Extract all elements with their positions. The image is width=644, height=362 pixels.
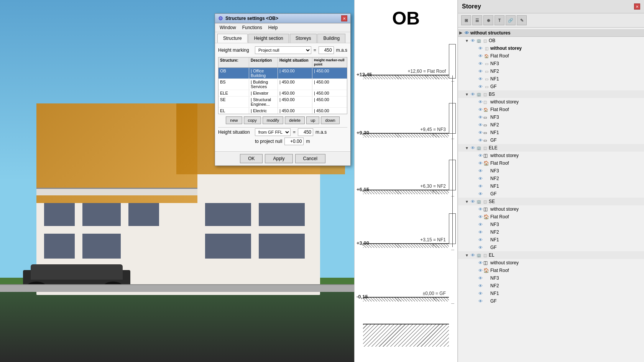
bs-ws-eye[interactable]: 👁	[477, 99, 483, 105]
ob-gf-label[interactable]: GF	[490, 84, 497, 89]
ob-collapse[interactable]: ▼	[464, 38, 470, 43]
ele-nf3-eye[interactable]: 👁	[477, 168, 483, 174]
se-ws-label[interactable]: without storey	[490, 206, 519, 212]
se-gf-label[interactable]: GF	[490, 245, 497, 250]
without-structures-eye[interactable]: 👁	[463, 30, 470, 36]
height-marking-value-input[interactable]	[319, 46, 334, 54]
dialog-menu-help[interactable]: Help	[265, 24, 281, 31]
ele-gf-eye[interactable]: 👁	[477, 191, 483, 197]
el-label[interactable]: EL	[489, 252, 495, 258]
ele-fr-eye[interactable]: 👁	[477, 161, 483, 166]
ele-fr-label[interactable]: Flat Roof	[490, 161, 509, 166]
se-nf1-eye[interactable]: 👁	[477, 237, 483, 242]
ob-ws-eye[interactable]: 👁	[477, 46, 483, 51]
dialog-close-button[interactable]: ✕	[341, 15, 347, 21]
se-fr-eye[interactable]: 👁	[477, 214, 483, 219]
bs-nf3-label[interactable]: NF3	[490, 115, 499, 120]
ele-ws-label[interactable]: without storey	[490, 153, 519, 158]
btn-new[interactable]: new	[226, 116, 242, 124]
table-row-ele[interactable]: ELE | Elevator | 450.00 | 450.00	[219, 90, 347, 97]
toolbar-link-btn[interactable]: 🔗	[506, 15, 516, 25]
tab-storeys[interactable]: Storeys	[290, 34, 317, 43]
ele-nf3-label[interactable]: NF3	[490, 168, 499, 174]
se-eye[interactable]: 👁	[470, 199, 476, 204]
storey-close-button[interactable]: ✕	[634, 3, 640, 10]
ele-nf2-label[interactable]: NF2	[490, 176, 499, 181]
tab-building[interactable]: Building	[317, 34, 345, 43]
el-nf3-label[interactable]: NF3	[490, 275, 499, 281]
bs-ws-label[interactable]: without storey	[490, 99, 519, 105]
el-eye[interactable]: 👁	[470, 252, 476, 258]
el-collapse[interactable]: ▼	[464, 252, 470, 258]
table-row-bs[interactable]: BS | Building Services | 450.00 | 450.00	[219, 79, 347, 90]
dialog-menu-window[interactable]: Window	[217, 24, 239, 31]
height-situation-value-input[interactable]	[298, 128, 313, 136]
el-gf-eye[interactable]: 👁	[477, 298, 483, 304]
table-row-ob[interactable]: OB | Office Building | 450.00 | 450.00	[219, 68, 347, 79]
ele-label[interactable]: ELE	[489, 145, 498, 151]
toolbar-grid-btn[interactable]: ⊞	[461, 15, 471, 25]
height-marking-select[interactable]: Project null	[255, 46, 311, 54]
el-fr-eye[interactable]: 👁	[477, 268, 483, 273]
el-nf1-eye[interactable]: 👁	[477, 291, 483, 296]
ob-label[interactable]: OB	[489, 38, 495, 43]
toolbar-list-btn[interactable]: ☰	[472, 15, 482, 25]
toolbar-layers-btn[interactable]: ⊕	[483, 15, 493, 25]
se-nf1-label[interactable]: NF1	[490, 237, 499, 242]
ob-gf-eye[interactable]: 👁	[477, 84, 483, 89]
toolbar-edit-btn[interactable]: ✎	[517, 15, 527, 25]
ele-ws-eye[interactable]: 👁	[477, 153, 483, 158]
se-nf2-label[interactable]: NF2	[490, 229, 499, 235]
el-nf1-label[interactable]: NF1	[490, 291, 499, 296]
ob-fr-eye[interactable]: 👁	[477, 53, 483, 59]
btn-modify[interactable]: modify	[263, 116, 283, 124]
ele-eye[interactable]: 👁	[470, 145, 476, 151]
bs-fr-eye[interactable]: 👁	[477, 107, 483, 112]
btn-apply[interactable]: Apply	[265, 154, 292, 163]
bs-nf2-eye[interactable]: 👁	[477, 122, 483, 128]
bs-gf-eye[interactable]: 👁	[477, 138, 483, 143]
bs-label[interactable]: BS	[489, 92, 495, 97]
bs-nf2-label[interactable]: NF2	[490, 122, 499, 128]
el-nf2-eye[interactable]: 👁	[477, 283, 483, 288]
btn-delete[interactable]: delete	[285, 116, 305, 124]
bs-collapse[interactable]: ▼	[464, 92, 470, 97]
toolbar-text-btn[interactable]: T	[495, 15, 504, 25]
ob-fr-label[interactable]: Flat Roof	[490, 53, 509, 59]
bs-fr-label[interactable]: Flat Roof	[490, 107, 509, 112]
se-ws-eye[interactable]: 👁	[477, 206, 483, 212]
table-row-se[interactable]: SE | Structural Enginee... | 450.00 | 45…	[219, 97, 347, 108]
btn-cancel[interactable]: Cancel	[295, 154, 325, 163]
btn-down[interactable]: down	[321, 116, 339, 124]
ob-nf1-label[interactable]: NF1	[490, 76, 499, 82]
bs-nf1-label[interactable]: NF1	[490, 130, 499, 135]
se-label[interactable]: SE	[489, 199, 495, 204]
ob-nf2-label[interactable]: NF2	[490, 69, 499, 74]
btn-ok[interactable]: OK	[240, 154, 263, 163]
el-ws-eye[interactable]: 👁	[477, 260, 483, 265]
ob-ws-label[interactable]: without storey	[490, 46, 522, 51]
se-nf3-label[interactable]: NF3	[490, 222, 499, 227]
ob-eye[interactable]: 👁	[470, 38, 476, 43]
se-nf2-eye[interactable]: 👁	[477, 229, 483, 235]
ob-nf2-eye[interactable]: 👁	[477, 69, 483, 74]
btn-copy[interactable]: copy	[244, 116, 261, 124]
height-situation-select[interactable]: from GF FFL	[255, 128, 291, 136]
ele-gf-label[interactable]: GF	[490, 191, 497, 197]
ob-nf3-label[interactable]: NF3	[490, 61, 499, 66]
el-nf2-label[interactable]: NF2	[490, 283, 499, 288]
bs-nf3-eye[interactable]: 👁	[477, 115, 483, 120]
bs-gf-label[interactable]: GF	[490, 138, 497, 143]
ele-nf2-eye[interactable]: 👁	[477, 176, 483, 181]
el-fr-label[interactable]: Flat Roof	[490, 268, 509, 273]
se-collapse[interactable]: ▼	[464, 199, 470, 204]
btn-up[interactable]: up	[306, 116, 319, 124]
ob-nf1-eye[interactable]: 👁	[477, 76, 483, 82]
table-row-el[interactable]: EL | Electric | 450.00 | 450.00	[219, 108, 347, 114]
ele-nf1-label[interactable]: NF1	[490, 183, 499, 189]
tab-height-section[interactable]: Height section	[248, 34, 289, 43]
dialog-menu-functions[interactable]: Functions	[239, 24, 265, 31]
without-structures-collapse[interactable]: ▶	[458, 30, 463, 36]
bs-nf1-eye[interactable]: 👁	[477, 130, 483, 135]
ele-nf1-eye[interactable]: 👁	[477, 183, 483, 189]
